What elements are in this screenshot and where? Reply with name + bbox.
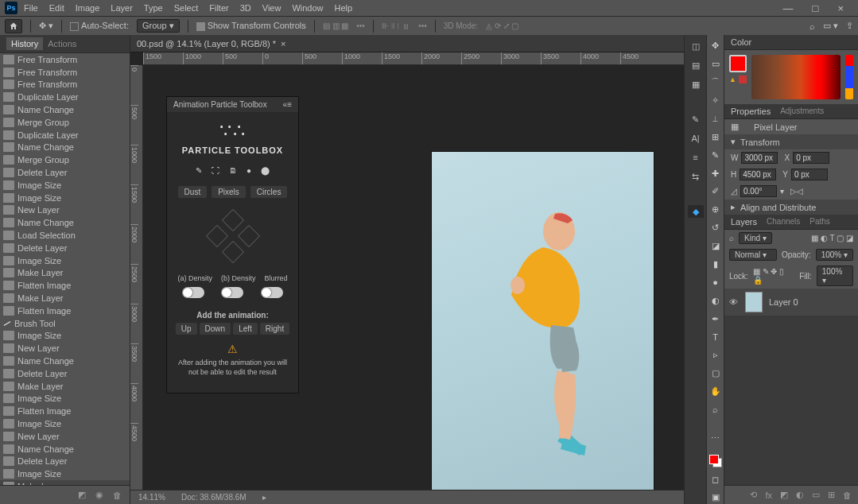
color-picker[interactable] — [751, 55, 841, 99]
menu-file[interactable]: File — [19, 2, 43, 14]
history-item[interactable]: Duplicate Layer — [0, 91, 130, 103]
gradient-tool[interactable]: ▮ — [709, 258, 722, 271]
history-item[interactable]: New Layer — [0, 342, 130, 355]
home-icon[interactable] — [5, 19, 22, 33]
color-tab[interactable]: Color — [724, 35, 858, 50]
menu-edit[interactable]: Edit — [45, 2, 69, 14]
history-item[interactable]: Brush Tool — [0, 317, 130, 330]
angle-field[interactable] — [740, 185, 777, 197]
lock-icons[interactable]: ▦ ✎ ✥ ▯ 🔒 — [753, 267, 794, 285]
wand-tool[interactable]: ✧ — [709, 95, 722, 107]
tab-dust[interactable]: Dust — [178, 186, 208, 198]
history-item[interactable]: Delete Layer — [0, 242, 130, 254]
screen-mode-icon[interactable]: ▣ — [709, 491, 722, 504]
anim-down-button[interactable]: Down — [200, 323, 231, 335]
paths-tab[interactable]: Paths — [809, 217, 830, 227]
panel-icon[interactable]: ≡ — [688, 151, 704, 164]
zoom-tool[interactable]: ⌕ — [709, 404, 722, 417]
align-icons[interactable]: ▤ ▥ ▦ — [323, 21, 349, 30]
height-field[interactable] — [740, 169, 776, 180]
history-item[interactable]: Free Transform — [0, 66, 130, 79]
menu-view[interactable]: View — [258, 2, 286, 14]
dir-left[interactable] — [205, 225, 227, 247]
libraries-icon[interactable]: ◆ — [688, 205, 704, 218]
anim-right-button[interactable]: Right — [260, 323, 289, 335]
actions-tab[interactable]: Actions — [43, 37, 81, 50]
visibility-icon[interactable]: 👁 — [729, 297, 739, 307]
history-item[interactable]: Flatten Image — [0, 304, 130, 317]
crop-tool[interactable]: ⟂ — [709, 113, 722, 126]
ellipsis-icon[interactable]: ••• — [356, 21, 365, 30]
path-tool[interactable]: ▹ — [709, 349, 722, 362]
history-item[interactable]: New Layer — [0, 430, 130, 443]
gamut-warning-icon[interactable]: ▲ — [729, 76, 736, 83]
hue-strip[interactable] — [845, 55, 853, 99]
menu-window[interactable]: Window — [287, 2, 328, 14]
history-item[interactable]: Image Size — [0, 179, 130, 192]
new-layer-icon[interactable]: ⊞ — [828, 490, 835, 500]
share-icon[interactable]: ⇪ — [846, 21, 853, 31]
move-tool-icon[interactable]: ✥ ▾ — [39, 21, 53, 31]
distribute-icons[interactable]: ⊪ ⫴ ⫶ ⫼ — [382, 21, 410, 31]
x-field[interactable] — [793, 152, 829, 164]
fill-field[interactable]: 100% ▾ — [817, 266, 853, 286]
menu-help[interactable]: Help — [330, 2, 358, 14]
history-item[interactable]: Name Change — [0, 443, 130, 456]
expand-icon[interactable]: ⛶ — [212, 166, 219, 175]
menu-filter[interactable]: Filter — [204, 2, 233, 14]
trash-icon[interactable]: 🗑 — [843, 490, 852, 500]
lasso-tool[interactable]: ⌒ — [709, 76, 722, 89]
dir-down[interactable] — [221, 241, 243, 263]
panel-menu-icon[interactable]: ≡ — [287, 100, 292, 109]
history-item[interactable]: Free Transform — [0, 79, 130, 91]
width-field[interactable] — [741, 152, 778, 164]
blurred-toggle[interactable] — [261, 287, 283, 298]
panel-icon[interactable]: ◫ — [688, 40, 704, 52]
zoom-level[interactable]: 14.11% — [138, 493, 165, 502]
properties-tab[interactable]: Properties — [731, 107, 771, 116]
history-item[interactable]: Make Layer — [0, 380, 130, 393]
dot-large-icon[interactable]: ⬤ — [261, 166, 270, 175]
move-tool[interactable]: ✥ — [709, 40, 722, 52]
type-tool[interactable]: T — [709, 331, 722, 343]
history-item[interactable]: Name Change — [0, 216, 130, 229]
density-b-toggle[interactable] — [221, 287, 243, 298]
history-item[interactable]: Make Layer — [0, 267, 130, 280]
history-item[interactable]: Duplicate Layer — [0, 129, 130, 142]
history-item[interactable]: Merge Group — [0, 153, 130, 166]
trash-icon[interactable]: 🗑 — [113, 490, 122, 500]
history-item[interactable]: Delete Layer — [0, 456, 130, 468]
tab-pixels[interactable]: Pixels — [212, 186, 246, 198]
history-item[interactable]: Image Size — [0, 393, 130, 405]
dot-small-icon[interactable]: ● — [247, 166, 251, 175]
foreground-color[interactable] — [709, 455, 719, 464]
menu-select[interactable]: Select — [169, 2, 204, 14]
menu-image[interactable]: Image — [71, 2, 105, 14]
pen-icon[interactable]: ✎ — [196, 166, 202, 175]
ellipsis-icon[interactable]: ••• — [418, 21, 427, 30]
page-icon[interactable]: 🗎 — [229, 166, 237, 175]
brush-tool[interactable]: ✐ — [709, 185, 722, 198]
close-tab-icon[interactable]: × — [281, 39, 285, 48]
layer-thumbnail[interactable] — [745, 292, 763, 312]
blend-mode[interactable]: Normal ▾ — [729, 249, 777, 261]
layer-filter[interactable]: Kind ▾ — [739, 232, 772, 244]
search-icon[interactable]: ⌕ — [809, 21, 815, 31]
pen-tool[interactable]: ✒ — [709, 312, 722, 325]
canvas[interactable] — [431, 151, 654, 490]
shape-tool[interactable]: ▢ — [709, 367, 722, 380]
frame-tool[interactable]: ⊞ — [709, 130, 722, 143]
history-item[interactable]: Image Size — [0, 417, 130, 430]
tab-circles[interactable]: Circles — [250, 186, 288, 198]
folder-icon[interactable]: ▭ — [812, 490, 820, 500]
color-swatches[interactable] — [709, 455, 722, 467]
workspaces-icon[interactable]: ▭ ▾ — [823, 21, 838, 31]
mask-icon[interactable]: ◩ — [780, 490, 788, 500]
blur-tool[interactable]: ● — [709, 276, 722, 289]
auto-select-check[interactable]: Auto-Select: — [70, 21, 129, 31]
dir-right[interactable] — [237, 225, 259, 247]
mask-mode-icon[interactable]: ◻ — [709, 473, 722, 486]
healing-tool[interactable]: ✚ — [709, 167, 722, 180]
menu-type[interactable]: Type — [139, 2, 168, 14]
transform-section[interactable]: ▾ Transform — [724, 134, 858, 149]
